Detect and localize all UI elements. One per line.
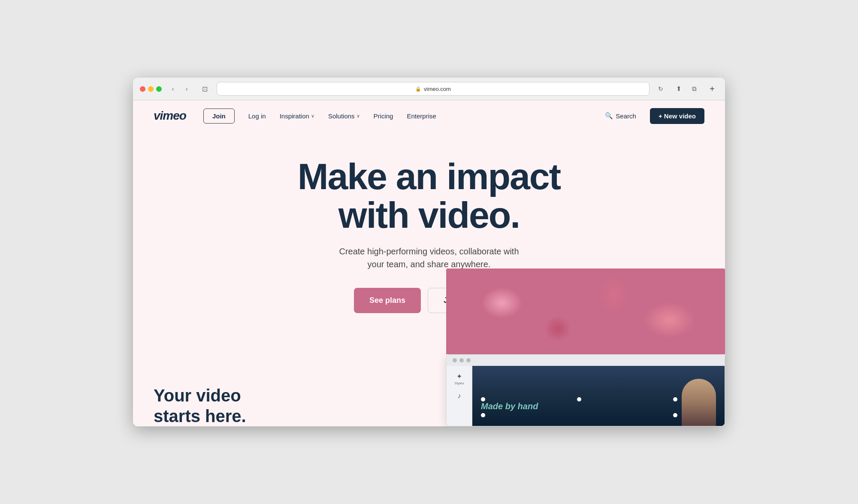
vimeo-logo: vimeo [154,109,186,123]
browser-actions: ⬆ ⧉ [672,83,701,95]
back-button[interactable]: ‹ [167,83,179,95]
navbar: vimeo Join Log in Inspiration ∨ Solution… [133,100,725,131]
editor-dot-2 [459,358,464,362]
new-tab-button[interactable]: + [706,83,718,95]
styles-label: Styles [455,381,464,385]
minimize-button[interactable] [148,86,154,92]
page-content: vimeo Join Log in Inspiration ∨ Solution… [133,100,725,426]
traffic-lights [140,86,162,92]
styles-icon: ✦ [456,372,462,380]
editor-dot-3 [466,358,471,362]
browser-window: ‹ › ⊡ 🔒 vimeo.com ↻ ⬆ ⧉ + vimeo Join Log… [133,78,725,426]
inspiration-chevron-icon: ∨ [311,113,314,119]
nav-pricing-link[interactable]: Pricing [374,112,393,120]
fullscreen-button[interactable]: ⧉ [687,83,701,95]
share-button[interactable]: ⬆ [672,83,686,95]
overlay-text: Made by hand [481,401,677,411]
flowers-background [446,269,725,354]
music-icon: ♪ [458,392,461,400]
close-button[interactable] [140,86,145,92]
handle-bottom-right [673,413,677,417]
nav-inspiration-link[interactable]: Inspiration ∨ [280,112,314,120]
editor-main: Made by hand [472,366,725,426]
address-bar[interactable]: 🔒 vimeo.com [217,82,650,96]
person-silhouette [682,379,716,426]
nav-login-link[interactable]: Log in [248,112,266,120]
bottom-section: Your video starts here. [133,377,725,426]
browser-nav-buttons: ‹ › [167,83,193,95]
editor-preview: ✦ Styles ♪ [446,269,725,426]
editor-card: ✦ Styles ♪ [446,354,725,426]
handle-bottom-left [481,413,485,417]
browser-chrome: ‹ › ⊡ 🔒 vimeo.com ↻ ⬆ ⧉ + [133,78,725,100]
maximize-button[interactable] [156,86,162,92]
editor-dot-1 [453,358,457,362]
handle-top-right [673,397,677,401]
tab-view-button[interactable]: ⊡ [198,83,211,95]
text-handles-top [481,397,677,401]
hero-title: Make an impact with video. [298,157,560,235]
solutions-chevron-icon: ∨ [356,113,360,119]
text-handles-bottom [481,413,677,417]
handle-top-left [481,397,485,401]
nav-join-button[interactable]: Join [203,109,235,124]
search-button[interactable]: 🔍 Search [605,112,636,120]
nav-enterprise-link[interactable]: Enterprise [407,112,436,120]
lock-icon: 🔒 [415,86,421,92]
handle-top-center [577,397,581,401]
editor-video-bg: Made by hand [472,366,725,426]
editor-sidebar: ✦ Styles ♪ [447,366,472,426]
hero-subtitle: Create high-performing videos, collabora… [335,245,523,271]
new-video-button[interactable]: + New video [650,108,704,124]
forward-button[interactable]: › [181,83,193,95]
video-thumbnail [446,269,725,354]
see-plans-button[interactable]: See plans [354,288,421,313]
search-label: Search [616,112,636,120]
search-icon: 🔍 [605,112,613,120]
refresh-button[interactable]: ↻ [655,83,667,95]
styles-tool[interactable]: ✦ Styles [452,371,467,386]
editor-titlebar [447,355,725,366]
editor-text-overlay: Made by hand [481,395,677,417]
url-text: vimeo.com [424,86,451,92]
nav-solutions-link[interactable]: Solutions ∨ [328,112,360,120]
editor-body: ✦ Styles ♪ [447,366,725,426]
music-tool[interactable]: ♪ [452,388,467,404]
bottom-tagline: Your video starts here. [154,377,246,426]
